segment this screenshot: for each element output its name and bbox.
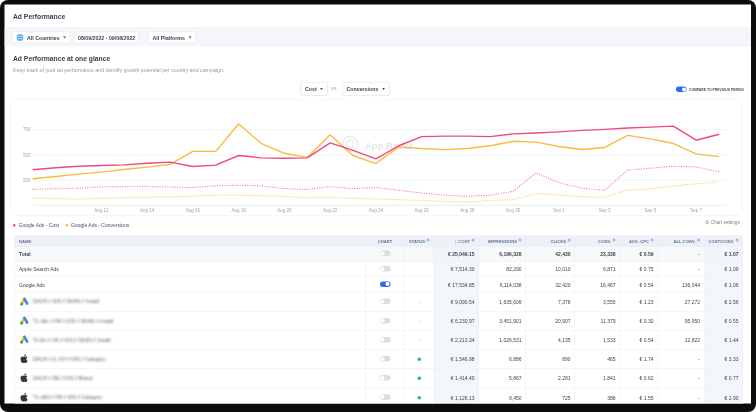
svg-text:Aug 14: Aug 14 [140,208,155,213]
svg-text:250: 250 [23,178,31,183]
svg-text:Sep 3: Sep 3 [599,208,611,213]
svg-text:Aug 28: Aug 28 [460,208,475,213]
svg-text:Sep 5: Sep 5 [645,208,657,213]
svg-text:Sep 1: Sep 1 [553,208,565,213]
svg-text:Aug 16: Aug 16 [186,208,201,213]
svg-text:App Radar: App Radar [365,140,413,151]
svg-text:Aug 20: Aug 20 [277,208,292,213]
svg-text:Aug 18: Aug 18 [232,208,247,213]
svg-text:Sep 7: Sep 7 [690,208,702,213]
svg-text:Aug 22: Aug 22 [323,208,338,213]
svg-text:Aug 26: Aug 26 [415,208,430,213]
svg-text:Aug 12: Aug 12 [94,208,109,213]
svg-text:500: 500 [23,153,31,158]
svg-text:750: 750 [23,127,31,132]
svg-text:Aug 24: Aug 24 [369,208,384,213]
svg-text:Aug 30: Aug 30 [506,208,521,213]
